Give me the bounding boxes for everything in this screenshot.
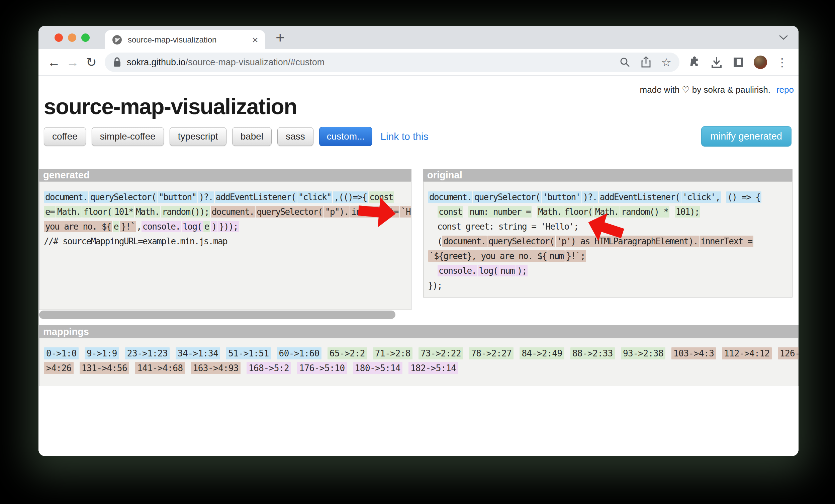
mapping-token[interactable]: 73->2:22 bbox=[419, 347, 463, 359]
forward-icon[interactable]: → bbox=[63, 56, 82, 68]
mapping-token[interactable]: 71->2:8 bbox=[373, 347, 412, 359]
browser-tab[interactable]: source-map-visualization × bbox=[105, 30, 265, 49]
link-to-this[interactable]: Link to this bbox=[380, 131, 428, 142]
download-icon[interactable] bbox=[710, 56, 723, 68]
example-button-babel[interactable]: babel bbox=[232, 127, 272, 146]
reload-icon[interactable]: ↻ bbox=[82, 56, 101, 68]
mapping-token[interactable]: 176->5:10 bbox=[297, 362, 347, 374]
window-zoom-button[interactable] bbox=[81, 34, 90, 42]
code-segment[interactable]: e bbox=[203, 221, 210, 232]
code-segment[interactable]: Math. bbox=[56, 206, 82, 218]
code-segment[interactable]: "p"). bbox=[324, 206, 350, 218]
search-icon[interactable] bbox=[619, 57, 631, 68]
code-segment[interactable]: document. bbox=[428, 191, 472, 203]
code-segment[interactable]: document. bbox=[44, 191, 88, 203]
code-segment[interactable]: }!`; bbox=[565, 250, 586, 262]
code-segment[interactable]: 'button' bbox=[542, 191, 581, 203]
back-icon[interactable]: ← bbox=[44, 56, 63, 68]
mapping-token[interactable]: 23->1:23 bbox=[125, 347, 169, 359]
code-segment[interactable]: 'p') as HTMLParagraphElement). bbox=[556, 236, 699, 247]
mapping-token[interactable]: 168->5:2 bbox=[247, 362, 291, 374]
mapping-token[interactable]: 34->1:34 bbox=[176, 347, 220, 359]
mapping-token[interactable]: 126- bbox=[778, 347, 798, 359]
mapping-token[interactable]: 0->1:0 bbox=[44, 347, 79, 359]
code-segment[interactable]: addEventListener( bbox=[215, 191, 297, 203]
code-segment[interactable]: ); bbox=[516, 265, 528, 277]
avatar[interactable] bbox=[754, 56, 767, 69]
code-segment[interactable]: console. bbox=[437, 265, 477, 277]
code-segment[interactable]: num bbox=[548, 250, 564, 262]
extensions-puzzle-icon[interactable] bbox=[688, 56, 701, 68]
mapping-token[interactable]: 182->5:14 bbox=[408, 362, 458, 374]
chevron-down-icon[interactable] bbox=[778, 34, 789, 41]
code-segment[interactable]: addEventListener( bbox=[599, 191, 681, 203]
code-segment[interactable]: "button" bbox=[158, 191, 197, 203]
code-segment[interactable]: innerText = bbox=[699, 236, 753, 247]
code-segment[interactable]: random()); bbox=[161, 206, 210, 218]
code-segment[interactable]: }!` bbox=[120, 221, 136, 232]
mapping-token[interactable]: 51->1:51 bbox=[226, 347, 271, 359]
mapping-token[interactable]: 103->4:3 bbox=[671, 347, 716, 359]
code-segment[interactable]: )?. bbox=[582, 191, 598, 203]
mapping-token[interactable]: 60->1:60 bbox=[277, 347, 322, 359]
address-bar[interactable]: sokra.github.io/source-map-visualization… bbox=[105, 53, 679, 72]
code-segment[interactable]: "click" bbox=[298, 191, 332, 203]
example-button-sass[interactable]: sass bbox=[277, 127, 313, 146]
code-segment[interactable]: floor( bbox=[563, 206, 593, 218]
code-segment[interactable]: querySelector( bbox=[89, 191, 157, 203]
generated-code[interactable]: document.querySelector("button")?.addEve… bbox=[39, 181, 411, 310]
example-button-typescript[interactable]: typescript bbox=[169, 127, 226, 146]
code-segment[interactable]: num bbox=[500, 265, 515, 277]
window-minimize-button[interactable] bbox=[68, 34, 76, 42]
share-icon[interactable] bbox=[640, 56, 651, 68]
mapping-token[interactable]: 84->2:49 bbox=[520, 347, 564, 359]
code-segment[interactable]: })); bbox=[218, 221, 239, 232]
code-segment[interactable]: log( bbox=[478, 265, 499, 277]
mapping-token[interactable]: 180->5:14 bbox=[353, 362, 403, 374]
code-segment[interactable]: you are no. ${ bbox=[44, 221, 112, 232]
code-segment[interactable]: e= bbox=[44, 206, 56, 218]
code-segment[interactable]: const bbox=[437, 206, 463, 218]
code-segment[interactable]: querySelector( bbox=[256, 206, 324, 218]
code-segment[interactable]: Math. bbox=[135, 206, 160, 218]
mapping-token[interactable]: 131->4:56 bbox=[80, 362, 129, 374]
window-close-button[interactable] bbox=[55, 34, 63, 42]
repo-link[interactable]: repo bbox=[776, 85, 794, 95]
code-segment[interactable]: log( bbox=[182, 221, 202, 232]
code-segment[interactable]: floor( bbox=[82, 206, 113, 218]
code-segment[interactable]: querySelector( bbox=[473, 191, 541, 203]
new-tab-button[interactable]: + bbox=[276, 30, 285, 45]
mapping-token[interactable]: 9->1:9 bbox=[85, 347, 119, 359]
code-segment[interactable]: console. bbox=[142, 221, 181, 232]
minify-generated-button[interactable]: minify generated bbox=[701, 126, 792, 146]
bookmark-star-icon[interactable]: ☆ bbox=[661, 57, 671, 68]
tab-close-icon[interactable]: × bbox=[252, 35, 258, 45]
code-segment[interactable]: `He bbox=[400, 206, 411, 218]
mapping-token[interactable]: 163->4:93 bbox=[191, 362, 241, 374]
mapping-token[interactable]: 93->2:38 bbox=[621, 347, 666, 359]
code-segment[interactable]: num: number = bbox=[468, 206, 532, 218]
code-segment[interactable]: 101); bbox=[675, 206, 700, 218]
code-segment[interactable]: document. bbox=[442, 236, 486, 247]
custom-button[interactable]: custom... bbox=[319, 127, 373, 146]
horizontal-scrollbar[interactable] bbox=[39, 310, 395, 319]
code-segment[interactable]: 'click', bbox=[681, 191, 721, 203]
code-segment[interactable]: `${greet}, you are no. ${ bbox=[428, 250, 548, 262]
code-segment[interactable]: 101* bbox=[114, 206, 134, 218]
mapping-token[interactable]: 88->2:33 bbox=[570, 347, 615, 359]
example-button-simple-coffee[interactable]: simple-coffee bbox=[91, 127, 164, 146]
code-segment[interactable]: querySelector( bbox=[487, 236, 555, 247]
code-segment[interactable]: e bbox=[113, 221, 119, 232]
mapping-token[interactable]: 112->4:12 bbox=[722, 347, 771, 359]
code-segment[interactable]: document. bbox=[211, 206, 255, 218]
code-segment[interactable]: () => { bbox=[726, 191, 761, 203]
menu-kebab-icon[interactable]: ⋮ bbox=[776, 56, 788, 69]
code-segment[interactable]: Math. bbox=[537, 206, 562, 218]
mapping-token[interactable]: 78->2:27 bbox=[469, 347, 513, 359]
code-segment[interactable]: ) bbox=[211, 221, 218, 232]
mapping-token[interactable]: 65->2:2 bbox=[327, 347, 367, 359]
mapping-token[interactable]: >4:26 bbox=[44, 362, 74, 374]
mapping-token[interactable]: 141->4:68 bbox=[135, 362, 185, 374]
code-segment[interactable]: )?. bbox=[198, 191, 214, 203]
sidebar-icon[interactable] bbox=[732, 56, 744, 68]
